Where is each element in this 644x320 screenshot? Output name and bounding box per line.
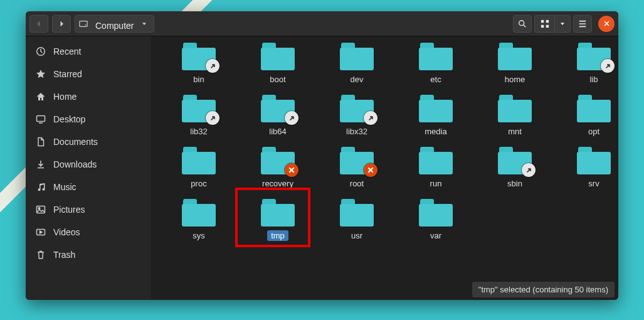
sidebar-item-desktop[interactable]: Desktop — [26, 108, 151, 131]
symlink-badge-icon — [522, 163, 536, 177]
sidebar-item-label: Home — [53, 92, 77, 102]
folder-item[interactable]: mnt — [477, 95, 552, 137]
svg-rect-0 — [80, 21, 87, 26]
folder-label: bin — [189, 74, 208, 85]
content-pane[interactable]: binbootdevetchomeliblib32lib64libx32medi… — [151, 36, 618, 300]
sidebar-item-videos[interactable]: Videos — [26, 221, 151, 243]
folder-item[interactable]: tmp — [240, 199, 315, 241]
folder-label: var — [426, 230, 445, 241]
sidebar-item-documents[interactable]: Documents — [26, 131, 151, 153]
folder-label: etc — [426, 74, 445, 85]
folder-icon — [419, 199, 453, 227]
sidebar-item-label: Videos — [53, 227, 80, 237]
folder-icon — [182, 95, 216, 122]
sidebar-item-label: Desktop — [53, 114, 85, 124]
folder-item[interactable]: recovery — [240, 147, 315, 189]
symlink-badge-icon — [601, 59, 615, 73]
folder-icon — [340, 95, 374, 122]
folder-label: lib — [586, 74, 601, 85]
folder-label: recovery — [258, 178, 297, 189]
folder-item[interactable]: media — [398, 95, 473, 137]
svg-rect-6 — [541, 24, 543, 27]
sidebar-item-downloads[interactable]: Downloads — [26, 153, 151, 176]
music-icon — [36, 182, 46, 192]
svg-rect-5 — [546, 19, 548, 22]
trash-icon — [36, 250, 46, 260]
sidebar-item-music[interactable]: Music — [26, 176, 151, 198]
folder-label: dev — [347, 74, 367, 85]
svg-rect-4 — [541, 19, 543, 22]
clock-icon — [36, 46, 46, 56]
chevron-down-icon — [559, 21, 566, 27]
sidebar-item-starred[interactable]: Starred — [26, 63, 151, 85]
sidebar-item-pictures[interactable]: Pictures — [26, 198, 151, 221]
folder-icon — [498, 147, 532, 174]
back-button[interactable] — [29, 15, 48, 33]
svg-point-1 — [85, 24, 87, 25]
folder-item[interactable]: dev — [319, 43, 394, 85]
search-button[interactable] — [513, 15, 532, 33]
folder-item[interactable]: sys — [161, 199, 236, 241]
pathbar[interactable]: Computer — [75, 15, 154, 33]
folder-label: media — [421, 126, 450, 137]
folder-label: usr — [347, 230, 366, 241]
folder-item[interactable]: lib32 — [161, 95, 236, 137]
folder-icon — [577, 95, 611, 122]
folder-icon — [340, 43, 374, 70]
statusbar: "tmp" selected (containing 50 items) — [472, 282, 615, 297]
symlink-badge-icon — [206, 111, 219, 125]
folder-item[interactable]: boot — [240, 43, 315, 85]
symlink-badge-icon — [364, 111, 377, 125]
sidebar-item-label: Music — [53, 182, 77, 192]
svg-point-18 — [38, 208, 40, 210]
sidebar-item-label: Pictures — [53, 205, 85, 215]
hamburger-menu-button[interactable] — [573, 15, 592, 33]
folder-label: proc — [187, 178, 210, 189]
folder-icon — [577, 147, 611, 174]
folder-item[interactable]: lib — [556, 43, 618, 85]
file-manager-window: Computer — [26, 11, 618, 300]
chevron-down-icon — [141, 21, 147, 27]
folder-item[interactable]: usr — [319, 199, 394, 241]
sidebar-item-trash[interactable]: Trash — [26, 243, 151, 266]
sidebar-item-recent[interactable]: Recent — [26, 40, 151, 63]
folder-item[interactable]: etc — [398, 43, 473, 85]
folder-item[interactable]: srv — [556, 147, 618, 189]
sidebar-item-home[interactable]: Home — [26, 85, 151, 108]
folder-label: tmp — [267, 230, 288, 241]
folder-icon — [498, 43, 532, 70]
folder-label: opt — [584, 126, 603, 137]
folder-item[interactable]: proc — [161, 147, 236, 189]
folder-item[interactable]: root — [319, 147, 394, 189]
folder-item[interactable]: libx32 — [319, 95, 394, 137]
grid-icon — [541, 19, 549, 28]
folder-icon — [182, 199, 216, 227]
folder-item[interactable]: bin — [161, 43, 236, 85]
view-switcher — [534, 15, 571, 33]
folder-icon — [261, 95, 295, 122]
folder-item[interactable]: home — [477, 43, 552, 85]
folder-icon — [419, 147, 453, 174]
sidebar: Recent Starred Home Desktop Documents Do… — [26, 36, 151, 300]
folder-icon — [261, 147, 295, 174]
sidebar-item-label: Downloads — [53, 159, 97, 169]
pictures-icon — [36, 205, 46, 215]
folder-item[interactable]: lib64 — [240, 95, 315, 137]
sidebar-item-label: Recent — [53, 46, 81, 56]
folder-icon — [182, 147, 216, 174]
view-options-button[interactable] — [554, 15, 571, 33]
body: Recent Starred Home Desktop Documents Do… — [26, 36, 618, 300]
folder-item[interactable]: opt — [556, 95, 618, 137]
folder-item[interactable]: sbin — [477, 147, 552, 189]
folder-item[interactable]: var — [398, 199, 473, 241]
forward-button[interactable] — [52, 15, 71, 33]
folder-label: root — [346, 178, 367, 189]
path-label: Computer — [92, 20, 137, 31]
window-close-button[interactable] — [598, 16, 615, 32]
folder-item[interactable]: run — [398, 147, 473, 189]
folder-icon — [419, 43, 453, 70]
folder-label: libx32 — [342, 126, 371, 137]
view-icons-button[interactable] — [534, 15, 554, 33]
sidebar-item-label: Documents — [53, 137, 98, 147]
folder-icon — [261, 43, 295, 70]
